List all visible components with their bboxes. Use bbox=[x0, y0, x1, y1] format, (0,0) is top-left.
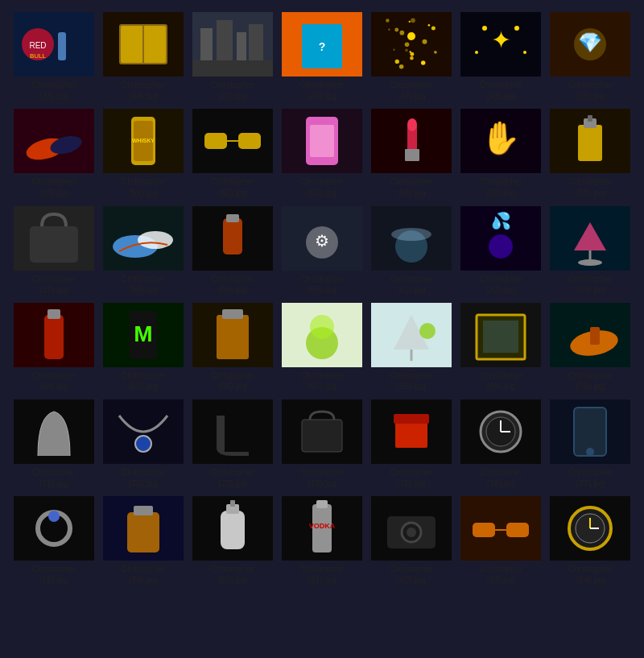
list-item[interactable]: Christopher (50).jpg bbox=[12, 109, 95, 199]
svg-rect-102 bbox=[222, 309, 243, 319]
file-label-63: Christopher (63).jpg bbox=[549, 273, 632, 296]
svg-text:M: M bbox=[134, 321, 152, 346]
list-item[interactable]: Christopher (58).jpg bbox=[101, 206, 184, 296]
list-item[interactable]: Christopher (83).jpg bbox=[460, 496, 543, 586]
svg-rect-152 bbox=[473, 523, 495, 537]
list-item[interactable]: Christopher (47).jpg bbox=[370, 12, 453, 102]
list-item[interactable]: 💦Christopher (62).jpg bbox=[460, 206, 543, 296]
file-label-44: Christopher (44).jpg bbox=[101, 79, 184, 102]
list-item[interactable]: Christopher (77).jpg bbox=[549, 399, 632, 490]
svg-rect-123 bbox=[395, 420, 427, 448]
svg-rect-115 bbox=[590, 327, 600, 345]
svg-point-31 bbox=[405, 48, 408, 52]
list-item[interactable]: Christopher (68).jpg bbox=[370, 303, 453, 393]
svg-point-132 bbox=[586, 448, 594, 456]
svg-rect-79 bbox=[223, 218, 242, 255]
thumbnail-57 bbox=[14, 206, 94, 271]
thumbnail-69 bbox=[460, 303, 541, 367]
list-item[interactable]: Christopher (84).jpg bbox=[549, 496, 632, 586]
list-item[interactable]: Christopher (78).jpg bbox=[12, 496, 95, 586]
list-item[interactable]: ?Christopher (46).jpg bbox=[280, 12, 363, 102]
list-item[interactable]: Christopher (66).jpg bbox=[191, 303, 274, 393]
file-label-78: Christopher (78).jpg bbox=[12, 563, 95, 586]
list-item[interactable]: Christopher (76).jpg bbox=[460, 399, 543, 490]
list-item[interactable]: Christopher (63).jpg bbox=[549, 206, 632, 296]
file-label-74: Christopher (74).jpg bbox=[280, 466, 363, 490]
list-item[interactable]: Christopher (54).jpg bbox=[370, 109, 453, 199]
thumbnail-48: ✦ bbox=[460, 12, 541, 77]
list-item[interactable]: Christopher (72).jpg bbox=[101, 399, 184, 490]
list-item[interactable]: REDBULLChristopher (43).jpg bbox=[12, 12, 95, 102]
svg-point-93 bbox=[578, 259, 602, 266]
thumbnail-76 bbox=[460, 399, 541, 464]
thumbnail-79 bbox=[103, 496, 184, 561]
list-item[interactable]: Christopher (59).jpg bbox=[191, 206, 274, 296]
list-item[interactable]: ✦Christopher (48).jpg bbox=[460, 12, 543, 102]
file-label-52: Christopher (52).jpg bbox=[191, 176, 274, 199]
thumbnail-78 bbox=[14, 496, 94, 561]
svg-rect-96 bbox=[47, 309, 60, 319]
svg-rect-13 bbox=[249, 24, 263, 60]
list-item[interactable]: Christopher (74).jpg bbox=[280, 399, 363, 490]
list-item[interactable]: VODKAChristopher (81).jpg bbox=[280, 496, 363, 586]
svg-rect-124 bbox=[394, 414, 429, 424]
file-label-65: Christopher (65).jpg bbox=[101, 370, 184, 393]
list-item[interactable]: Christopher (61).jpg bbox=[370, 206, 453, 296]
thumbnail-58 bbox=[103, 206, 184, 271]
thumbnail-84 bbox=[550, 496, 630, 561]
file-label-84: Christopher (84).jpg bbox=[549, 563, 632, 586]
file-label-64: Christopher (64).jpg bbox=[12, 370, 95, 393]
list-item[interactable]: Christopher (79).jpg bbox=[101, 496, 184, 586]
list-item[interactable]: Christopher (69).jpg bbox=[460, 303, 543, 393]
file-label-72: Christopher (72).jpg bbox=[101, 466, 184, 490]
thumbnail-65: M bbox=[103, 303, 184, 367]
list-item[interactable]: Christopher (52).jpg bbox=[191, 109, 274, 199]
svg-point-23 bbox=[431, 26, 436, 30]
svg-text:⚙: ⚙ bbox=[315, 232, 329, 250]
file-label-43: Christopher (43).jpg bbox=[12, 79, 95, 102]
svg-rect-153 bbox=[506, 523, 529, 537]
file-label-54: Christopher (54).jpg bbox=[370, 176, 453, 199]
list-item[interactable]: Christopher (45).jpg bbox=[191, 12, 274, 102]
thumbnail-62: 💦 bbox=[460, 206, 541, 271]
list-item[interactable]: ✋Christopher (55).jpg bbox=[460, 109, 543, 199]
svg-point-135 bbox=[48, 511, 60, 522]
list-item[interactable]: Christopher (53).jpg bbox=[280, 109, 363, 199]
thumbnail-46: ? bbox=[282, 12, 362, 77]
thumbnail-80 bbox=[192, 496, 273, 561]
file-label-51: Christopher (51).jpg bbox=[101, 176, 184, 199]
file-label-45: Christopher (45).jpg bbox=[191, 79, 274, 102]
svg-point-22 bbox=[410, 56, 414, 60]
svg-point-28 bbox=[411, 52, 415, 56]
list-item[interactable]: WHISKYChristopher (51).jpg bbox=[101, 109, 184, 199]
list-item[interactable]: Christopher (64).jpg bbox=[12, 303, 95, 393]
list-item[interactable]: Christopher (70).jpg bbox=[549, 303, 632, 393]
list-item[interactable]: Christopher (80).jpg bbox=[191, 496, 274, 586]
svg-rect-133 bbox=[14, 496, 94, 561]
list-item[interactable]: Christopher (57).jpg bbox=[12, 206, 95, 296]
svg-rect-101 bbox=[217, 315, 249, 359]
svg-rect-142 bbox=[230, 500, 235, 507]
svg-rect-80 bbox=[226, 214, 239, 222]
file-label-70: Christopher (70).jpg bbox=[549, 370, 632, 393]
svg-point-34 bbox=[393, 48, 394, 50]
svg-point-88 bbox=[489, 234, 513, 259]
file-label-62: Christopher (62).jpg bbox=[460, 273, 543, 296]
list-item[interactable]: Christopher (71).jpg bbox=[12, 399, 95, 490]
svg-rect-10 bbox=[200, 28, 213, 60]
svg-point-36 bbox=[411, 18, 415, 23]
thumbnail-56 bbox=[550, 109, 630, 173]
thumbnail-64 bbox=[14, 303, 94, 367]
list-item[interactable]: 💎Christopher (49).jpg bbox=[549, 12, 632, 102]
list-item[interactable]: Christopher (73).jpg bbox=[191, 399, 274, 490]
list-item[interactable]: Christopher (56).jpg bbox=[549, 109, 632, 199]
list-item[interactable]: Christopher (82).jpg bbox=[370, 496, 453, 586]
svg-rect-58 bbox=[238, 133, 261, 149]
list-item[interactable]: Christopher (44).jpg bbox=[101, 12, 184, 102]
thumbnail-63 bbox=[550, 206, 630, 271]
list-item[interactable]: MChristopher (65).jpg bbox=[101, 303, 184, 393]
list-item[interactable]: Christopher (67).jpg bbox=[280, 303, 363, 393]
list-item[interactable]: Christopher (75).jpg bbox=[370, 399, 453, 490]
svg-point-42 bbox=[482, 26, 487, 31]
list-item[interactable]: ⚙Christopher (60).jpg bbox=[280, 206, 363, 296]
